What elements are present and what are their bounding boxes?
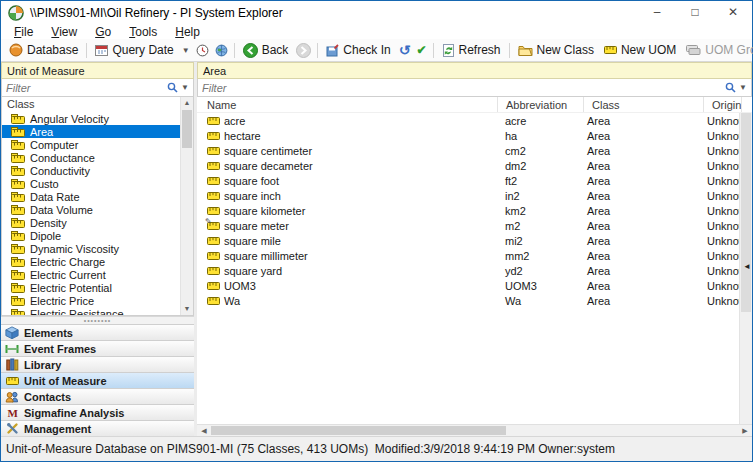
sidebar-item-unit-of-measure[interactable]: Unit of Measure bbox=[1, 372, 194, 388]
class-item-electric-resistance[interactable]: Electric Resistance bbox=[2, 307, 180, 315]
menu-help[interactable]: Help bbox=[166, 25, 209, 39]
sidebar-item-contacts[interactable]: Contacts bbox=[1, 388, 194, 404]
forward-button bbox=[293, 40, 314, 60]
class-filter-input[interactable] bbox=[6, 82, 164, 94]
right-panel: Area ▼ NameAbbreviationClassOrigin acrea… bbox=[197, 62, 752, 436]
class-item-label: Data Volume bbox=[28, 204, 95, 216]
sidebar-item-library[interactable]: Library bbox=[1, 356, 194, 372]
column-header-class[interactable]: Class bbox=[583, 97, 703, 112]
sidebar-item-sigmafine-analysis[interactable]: MSigmafine Analysis bbox=[1, 404, 194, 420]
class-item-electric-price[interactable]: Electric Price bbox=[2, 294, 180, 307]
uom-row-square-kilometer[interactable]: square kilometerkm2AreaUnknown bbox=[197, 203, 739, 218]
class-item-computer[interactable]: Computer bbox=[2, 138, 180, 151]
uom-class: Area bbox=[583, 160, 703, 172]
column-header-origin[interactable]: Origin bbox=[703, 97, 741, 112]
clock-icon bbox=[196, 44, 209, 57]
scroll-right-icon[interactable]: ▶ bbox=[738, 427, 752, 435]
sidebar-item-label: Event Frames bbox=[24, 343, 96, 355]
query-date-dropdown-icon[interactable]: ▼ bbox=[179, 46, 193, 55]
filter-search-icon[interactable] bbox=[167, 82, 178, 93]
menu-view[interactable]: View bbox=[42, 25, 86, 39]
uom-abbreviation: cm2 bbox=[497, 145, 583, 157]
scrollbar-thumb[interactable] bbox=[211, 426, 506, 435]
class-item-electric-potential[interactable]: Electric Potential bbox=[2, 281, 180, 294]
scroll-down-icon[interactable]: ▼ bbox=[181, 303, 193, 315]
uom-ruler-icon bbox=[207, 177, 220, 185]
sigmafine-icon: M bbox=[4, 406, 20, 420]
class-item-label: Conductivity bbox=[28, 165, 92, 177]
sidebar-item-management[interactable]: Management bbox=[1, 420, 194, 436]
filter-dropdown-icon[interactable]: ▼ bbox=[181, 83, 189, 92]
globe-button[interactable] bbox=[212, 40, 231, 60]
horizontal-scrollbar[interactable]: ◀ ▶ bbox=[197, 424, 752, 436]
class-item-dipole[interactable]: Dipole bbox=[2, 229, 180, 242]
class-item-data-volume[interactable]: Data Volume bbox=[2, 203, 180, 216]
sidebar-item-event-frames[interactable]: Event Frames bbox=[1, 340, 194, 356]
check-in-button[interactable]: Check In bbox=[321, 40, 395, 60]
class-item-area[interactable]: Area bbox=[2, 125, 180, 138]
menu-file[interactable]: File bbox=[5, 25, 42, 39]
maximize-button[interactable]: □ bbox=[676, 1, 714, 24]
uom-filter-dropdown-icon[interactable]: ▼ bbox=[739, 83, 747, 92]
uom-name: square kilometer bbox=[224, 205, 305, 217]
app-window: \\PIMS901-MI\Oil Refinery - PI System Ex… bbox=[0, 0, 753, 462]
column-header-abbreviation[interactable]: Abbreviation bbox=[497, 97, 583, 112]
uom-ruler-icon bbox=[207, 207, 220, 215]
class-item-electric-current[interactable]: Electric Current bbox=[2, 268, 180, 281]
class-list-scrollbar[interactable]: ▲ ▼ bbox=[180, 97, 193, 315]
uom-class-icon bbox=[11, 140, 25, 150]
uom-filter-input[interactable] bbox=[202, 82, 722, 94]
clock-button[interactable] bbox=[193, 40, 212, 60]
uom-row-square-centimeter[interactable]: square centimetercm2AreaUnknown bbox=[197, 143, 739, 158]
uom-class-icon bbox=[11, 270, 25, 280]
toolbar-separator bbox=[317, 43, 318, 58]
menu-tools[interactable]: Tools bbox=[120, 25, 166, 39]
undo-button[interactable]: ↺ bbox=[396, 40, 414, 60]
class-item-density[interactable]: Density bbox=[2, 216, 180, 229]
uom-filter-search-icon[interactable] bbox=[725, 82, 736, 93]
panel-splitter-handle[interactable]: •••••••• bbox=[1, 316, 194, 324]
class-column-header[interactable]: Class bbox=[2, 97, 193, 112]
new-uom-button[interactable]: New UOM bbox=[599, 40, 681, 60]
uom-row-square-foot[interactable]: square footft2AreaUnknown bbox=[197, 173, 739, 188]
uom-row-wa[interactable]: WaWaAreaUnknown bbox=[197, 293, 739, 308]
minimize-button[interactable]: – bbox=[638, 1, 676, 24]
checkmark-button[interactable]: ✔ bbox=[413, 40, 429, 60]
uom-class: Area bbox=[583, 115, 703, 127]
uom-row-square-inch[interactable]: square inchin2AreaUnknown bbox=[197, 188, 739, 203]
class-item-angular-velocity[interactable]: Angular Velocity bbox=[2, 112, 180, 125]
column-header-name[interactable]: Name bbox=[197, 97, 497, 112]
uom-ruler-icon bbox=[207, 237, 220, 245]
new-class-button[interactable]: New Class bbox=[513, 40, 599, 60]
uom-row-square-meter[interactable]: ✎square meterm2AreaUnknown bbox=[197, 218, 739, 233]
menu-go[interactable]: Go bbox=[86, 25, 120, 39]
back-button[interactable]: Back bbox=[238, 40, 294, 60]
scroll-left-icon[interactable]: ◀ bbox=[197, 427, 211, 435]
class-item-conductivity[interactable]: Conductivity bbox=[2, 164, 180, 177]
uom-ruler-icon bbox=[207, 117, 220, 125]
class-item-conductance[interactable]: Conductance bbox=[2, 151, 180, 164]
uom-row-hectare[interactable]: hectarehaAreaUnknown bbox=[197, 128, 739, 143]
uom-row-uom3[interactable]: UOM3UOM3AreaUnknown bbox=[197, 278, 739, 293]
class-item-custo[interactable]: Custo bbox=[2, 177, 180, 190]
table-body: acreacreAreaUnknownhectarehaAreaUnknowns… bbox=[197, 113, 752, 424]
uom-row-square-mile[interactable]: square milemi2AreaUnknown bbox=[197, 233, 739, 248]
class-item-data-rate[interactable]: Data Rate bbox=[2, 190, 180, 203]
class-item-electric-charge[interactable]: Electric Charge bbox=[2, 255, 180, 268]
uom-name: acre bbox=[224, 115, 245, 127]
uom-filter[interactable]: ▼ bbox=[197, 79, 752, 97]
class-filter[interactable]: ▼ bbox=[1, 79, 194, 97]
uom-row-square-yard[interactable]: square yardyd2AreaUnknown bbox=[197, 263, 739, 278]
toolbar-button-label: Check In bbox=[343, 43, 390, 57]
close-button[interactable]: ✕ bbox=[714, 1, 752, 24]
scroll-up-icon[interactable]: ▲ bbox=[181, 97, 193, 109]
query-date-button[interactable]: Query Date bbox=[90, 40, 178, 60]
database-button[interactable]: Database bbox=[4, 40, 83, 60]
refresh-button[interactable]: Refresh bbox=[437, 40, 506, 60]
collapse-panel-icon[interactable]: ◄ bbox=[743, 263, 751, 271]
uom-row-square-millimeter[interactable]: square millimetermm2AreaUnknown bbox=[197, 248, 739, 263]
class-item-dynamic-viscosity[interactable]: Dynamic Viscosity bbox=[2, 242, 180, 255]
uom-row-square-decameter[interactable]: square decameterdm2AreaUnknown bbox=[197, 158, 739, 173]
uom-row-acre[interactable]: acreacreAreaUnknown bbox=[197, 113, 739, 128]
sidebar-item-elements[interactable]: Elements bbox=[1, 324, 194, 340]
